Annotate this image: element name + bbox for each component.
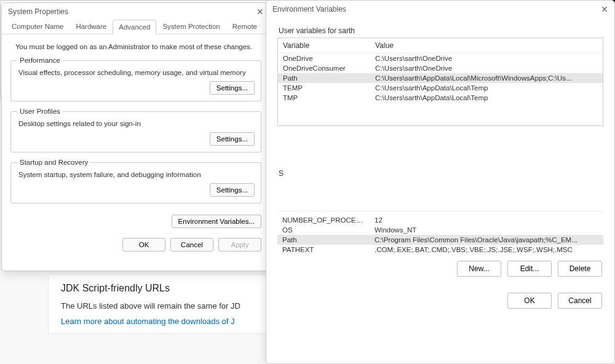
new-variable-button[interactable]: New... [457,261,501,277]
userprofiles-desc: Desktop settings related to your sign-in [17,119,255,132]
system-variables-table[interactable]: NUMBER_OF_PROCESSORS12 OSWindows_NT Path… [277,211,603,255]
userprofiles-legend: User Profiles [17,108,63,115]
table-row[interactable]: OneDriveConsumerC:\Users\sarth\OneDrive [278,63,603,73]
startup-settings-button[interactable]: Settings... [210,183,255,197]
sysprop-titlebar: System Properties ✕ [2,3,270,19]
performance-settings-button[interactable]: Settings... [210,81,255,95]
performance-legend: Performance [17,57,63,64]
envdlg-titlebar: Environment Variables ✕ [266,1,614,17]
sysprop-tabs: Computer Name Hardware Advanced System P… [2,19,270,34]
startup-fieldset: Startup and Recovery System startup, sys… [10,159,261,204]
table-row[interactable]: OneDriveC:\Users\sarth\OneDrive [278,53,603,63]
user-variables-table[interactable]: Variable Value OneDriveC:\Users\sarth\On… [277,38,603,126]
system-variables-label-partial: S [279,169,603,178]
userprofiles-fieldset: User Profiles Desktop settings related t… [10,108,261,152]
admin-note: You must be logged on as an Administrato… [10,39,261,57]
tab-system-protection[interactable]: System Protection [156,19,226,34]
edit-variable-button[interactable]: Edit... [507,261,552,277]
table-row[interactable]: OSWindows_NT [277,225,603,235]
sysprop-body: You must be logged on as an Administrato… [2,34,270,215]
system-vars-actions: New... Edit... Delete [277,255,603,283]
startup-desc: System startup, system failure, and debu… [17,170,255,183]
close-icon[interactable]: ✕ [601,4,608,14]
tab-advanced[interactable]: Advanced [113,20,156,34]
sysprop-apply-button[interactable]: Apply [218,238,261,251]
envdlg-cancel-button[interactable]: Cancel [558,293,602,309]
tab-hardware[interactable]: Hardware [69,19,113,34]
performance-desc: Visual effects, processor scheduling, me… [17,68,255,81]
envdlg-body: User variables for sarth Variable Value … [266,17,614,321]
userprofiles-settings-button[interactable]: Settings... [210,132,255,146]
envdlg-title: Environment Variables [272,5,346,14]
sysprop-title: System Properties [8,7,68,16]
performance-fieldset: Performance Visual effects, processor sc… [10,57,261,101]
table-row[interactable]: PathC:\Users\sarth\AppData\Local\Microso… [278,73,603,83]
environment-variables-button[interactable]: Environment Variables... [172,215,261,228]
col-header-variable: Variable [278,38,370,53]
user-variables-label: User variables for sarth [279,26,603,35]
system-properties-dialog: System Properties ✕ Computer Name Hardwa… [1,2,271,271]
close-icon[interactable]: ✕ [256,7,264,17]
table-row[interactable]: TMPC:\Users\sarth\AppData\Local\Temp [278,93,603,103]
environment-variables-dialog: Environment Variables ✕ User variables f… [266,0,615,364]
table-header: Variable Value [278,38,603,53]
sysprop-actions: OK Cancel Apply [2,233,270,256]
table-row[interactable]: TEMPC:\Users\sarth\AppData\Local\Temp [278,83,603,93]
tab-computer-name[interactable]: Computer Name [6,19,69,34]
sysprop-ok-button[interactable]: OK [122,238,165,251]
col-header-value: Value [370,38,603,53]
envdlg-ok-button[interactable]: OK [507,293,552,309]
envdlg-actions: OK Cancel [277,287,603,315]
startup-legend: Startup and Recovery [17,159,90,166]
tab-remote[interactable]: Remote [226,19,263,34]
table-row[interactable]: NUMBER_OF_PROCESSORS12 [277,215,603,225]
table-row[interactable]: PATHEXT.COM;.EXE;.BAT;.CMD;.VBS;.VBE;.JS… [277,245,603,255]
sysprop-cancel-button[interactable]: Cancel [170,238,213,251]
delete-variable-button[interactable]: Delete [558,261,602,277]
table-row[interactable]: PathC:\Program Files\Common Files\Oracle… [277,235,603,245]
